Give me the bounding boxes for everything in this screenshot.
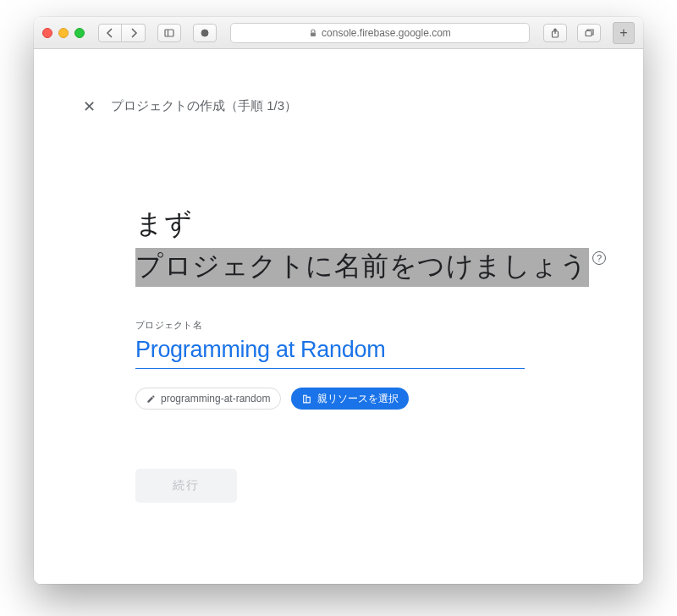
plus-icon: + <box>619 25 627 41</box>
nav-forward-button[interactable] <box>122 24 146 42</box>
site-settings-button[interactable] <box>193 24 217 42</box>
address-url: console.firebase.google.com <box>322 27 451 39</box>
close-icon[interactable]: ✕ <box>83 99 96 114</box>
project-name-input[interactable] <box>135 335 525 369</box>
chip-row: programming-at-random 親リソースを選択 <box>135 388 643 410</box>
sidebar-toggle-button[interactable] <box>157 24 181 42</box>
nav-back-forward <box>98 24 146 42</box>
window-minimize-button[interactable] <box>58 28 69 38</box>
parent-resource-button[interactable]: 親リソースを選択 <box>291 388 409 410</box>
window-controls <box>42 28 85 38</box>
heading-line2: プロジェクトに名前をつけましょう <box>135 248 589 287</box>
tabs-button[interactable] <box>577 24 601 42</box>
svg-rect-5 <box>586 30 592 36</box>
nav-back-button[interactable] <box>98 24 122 42</box>
project-id-text: programming-at-random <box>161 393 270 404</box>
address-bar[interactable]: console.firebase.google.com <box>230 23 530 43</box>
browser-window: console.firebase.google.com + ✕ プロジェクトの作… <box>34 17 643 584</box>
wizard-title: プロジェクトの作成（手順 1/3） <box>111 98 297 114</box>
page-content: ✕ プロジェクトの作成（手順 1/3） まず プロジェクトに名前をつけましょう … <box>34 49 643 584</box>
window-zoom-button[interactable] <box>74 28 85 38</box>
org-icon <box>301 393 312 404</box>
svg-point-2 <box>201 30 208 36</box>
wizard-body: まず プロジェクトに名前をつけましょう ? プロジェクト名 programmin… <box>34 206 643 503</box>
parent-resource-label: 親リソースを選択 <box>317 392 399 406</box>
wizard-header: ✕ プロジェクトの作成（手順 1/3） <box>34 49 643 114</box>
lock-icon <box>309 29 317 37</box>
heading-line2-wrap: プロジェクトに名前をつけましょう ? <box>135 248 643 287</box>
browser-titlebar: console.firebase.google.com + <box>34 17 643 49</box>
continue-button[interactable]: 続行 <box>135 469 237 503</box>
project-name-field-wrap <box>135 335 525 369</box>
window-close-button[interactable] <box>42 28 52 38</box>
new-tab-button[interactable]: + <box>613 22 635 44</box>
project-name-label: プロジェクト名 <box>135 319 643 332</box>
share-button[interactable] <box>543 24 567 42</box>
pencil-icon <box>146 394 156 404</box>
help-icon[interactable]: ? <box>592 251 606 265</box>
svg-rect-3 <box>311 32 316 36</box>
heading-line1: まず <box>135 206 643 243</box>
project-id-chip[interactable]: programming-at-random <box>135 388 281 410</box>
svg-rect-0 <box>165 30 173 36</box>
